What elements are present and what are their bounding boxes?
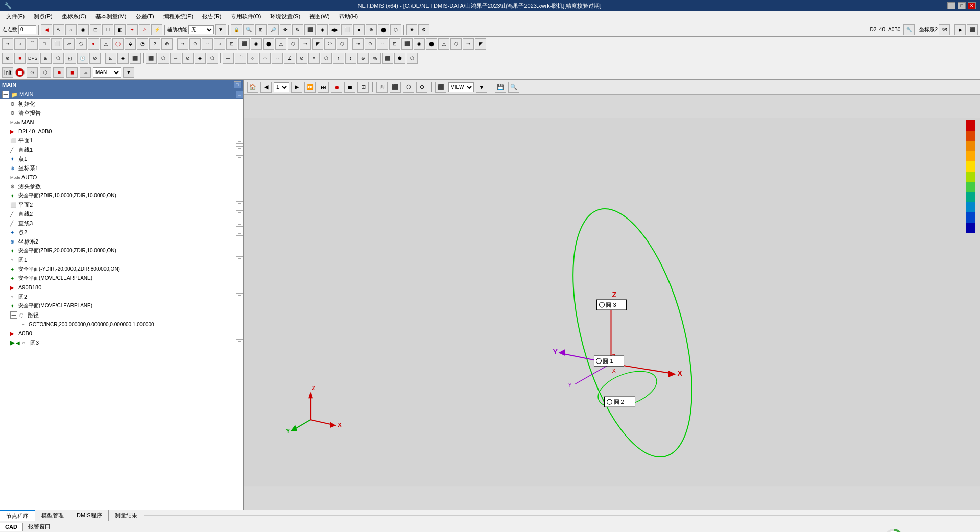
t2-b29[interactable]: ⊸ — [352, 38, 364, 50]
toolbar-btn-8[interactable]: ✦ — [127, 24, 138, 35]
tree-item-man[interactable]: Mode MAN — [0, 117, 243, 127]
t3-b28[interactable]: ↕ — [345, 53, 356, 64]
t3-b12[interactable]: ⬛ — [146, 53, 157, 64]
vp-stop[interactable]: ⏹ — [344, 82, 355, 93]
vp-step[interactable]: 1 — [274, 82, 289, 92]
tree-item-path[interactable]: — ⬡ 路径 — [0, 310, 243, 320]
t3-b5[interactable]: ⬠ — [53, 53, 64, 64]
tree-item-circle1[interactable]: ○ 圆1 □ — [0, 255, 243, 264]
circle1-expand[interactable]: □ — [236, 256, 243, 263]
t3-b23[interactable]: ∠ — [284, 53, 295, 64]
t2-b8[interactable]: ● — [88, 38, 99, 50]
menu-report[interactable]: 报告(R) — [198, 12, 225, 21]
t3-b13[interactable]: ⬡ — [158, 53, 169, 64]
toolbar-btn-1[interactable]: ◀ — [41, 24, 52, 35]
t2-b31[interactable]: ⌣ — [377, 38, 388, 50]
t2-b34[interactable]: ◉ — [414, 38, 425, 50]
menu-help[interactable]: 帮助(H) — [335, 12, 362, 21]
vp-btn3[interactable]: ⬛ — [390, 82, 401, 93]
tree-item-main[interactable]: — 📁 MAIN □ — [0, 90, 243, 99]
t3-b31[interactable]: ⬛ — [382, 53, 393, 64]
t2-b1[interactable]: ⊸ — [2, 38, 13, 50]
vp-home[interactable]: 🏠 — [247, 82, 258, 93]
mode-btn5[interactable]: ☁ — [80, 67, 91, 78]
t2-b39[interactable]: ◤ — [475, 38, 486, 50]
toolbar-btn-7[interactable]: ◧ — [114, 24, 126, 35]
vp-btn2[interactable]: ≋ — [376, 82, 388, 93]
vp-prev[interactable]: ◀ — [260, 82, 272, 93]
vp-search[interactable]: 🔍 — [508, 82, 519, 93]
vp-play[interactable]: ⏩ — [304, 82, 316, 93]
t2-b13[interactable]: ? — [149, 38, 160, 50]
vp-btn5[interactable]: ⊙ — [416, 82, 427, 93]
t2-b18[interactable]: ○ — [214, 38, 225, 50]
t2-b20[interactable]: ⬛ — [238, 38, 250, 50]
t3-b11[interactable]: ⬛ — [130, 53, 141, 64]
toolbar-b11[interactable]: ◀▶ — [329, 24, 340, 35]
t3-b21[interactable]: ⌓ — [259, 53, 271, 64]
toolbar-b14[interactable]: ⊗ — [366, 24, 377, 35]
top-right-icon[interactable]: 🔧 — [903, 24, 915, 35]
tree-item-point1[interactable]: ✦ 点1 □ — [0, 154, 243, 163]
menu-file[interactable]: 文件(F) — [2, 12, 29, 21]
tree-item-goto[interactable]: └ GOTO/INCR,200.000000,0.000000,0.000000… — [0, 320, 243, 329]
toolbar-zoom-in[interactable]: 🔍 — [243, 24, 254, 35]
top-right-btn2[interactable]: ⬛ — [967, 24, 978, 35]
t3-b26[interactable]: ⬡ — [321, 53, 332, 64]
toolbar-rotate[interactable]: ↻ — [292, 24, 303, 35]
t3-b18[interactable]: — — [223, 53, 234, 64]
menu-measure[interactable]: 基本测量(M) — [91, 12, 131, 21]
t2-b15[interactable]: ⊸ — [177, 38, 188, 50]
tree-item-safe3[interactable]: ✦ 安全平面(-YDIR,-20.0000,ZDIR,80.0000,ON) — [0, 264, 243, 274]
t3-b7[interactable]: 🕒 — [77, 53, 88, 64]
t2-b5[interactable]: ⬜ — [51, 38, 62, 50]
toolbar-btn-4[interactable]: ◉ — [78, 24, 89, 35]
toolbar-btn-2[interactable]: ↖ — [53, 24, 64, 35]
t2-b16[interactable]: ⊙ — [189, 38, 201, 50]
toolbar-settings2[interactable]: ⚙ — [418, 24, 429, 35]
t2-b7[interactable]: ⬠ — [76, 38, 87, 50]
vp-btn6[interactable]: ⬛ — [435, 82, 446, 93]
tab-model-manage[interactable]: 模型管理 — [35, 510, 70, 521]
vp-view-arrow[interactable]: ▼ — [476, 82, 487, 93]
t2-b11[interactable]: ⬙ — [125, 38, 136, 50]
t2-b27[interactable]: ⎔ — [324, 38, 336, 50]
t3-b29[interactable]: ⊛ — [357, 53, 369, 64]
vp-play2[interactable]: ⏭ — [318, 82, 329, 93]
tree-item-init[interactable]: ⚙ 初始化 — [0, 99, 243, 108]
t3-b3[interactable]: DPS — [27, 53, 39, 64]
t3-b32[interactable]: ⬢ — [394, 53, 405, 64]
toolbar-b12[interactable]: ⬜ — [341, 24, 352, 35]
assist-select[interactable]: 无 — [188, 25, 214, 34]
close-button[interactable]: ✕ — [968, 2, 976, 9]
main-expand-right[interactable]: □ — [236, 91, 243, 98]
t3-b20[interactable]: ○ — [247, 53, 258, 64]
stop-button[interactable]: ⏹ — [15, 68, 25, 77]
toolbar-btn-arrow[interactable]: ▼ — [215, 24, 226, 35]
menu-coord[interactable]: 坐标系(C) — [58, 12, 90, 21]
tree-item-a90b180[interactable]: ▶ A90B180 — [0, 283, 243, 292]
t2-b23[interactable]: △ — [275, 38, 286, 50]
t3-b22[interactable]: ⌢ — [272, 53, 283, 64]
circle2-expand[interactable]: □ — [236, 293, 243, 300]
t2-b17[interactable]: ⌣ — [202, 38, 213, 50]
toolbar-pan[interactable]: ✥ — [280, 24, 291, 35]
tree-item-line1[interactable]: ╱ 直线1 □ — [0, 145, 243, 154]
toolbar-view-front[interactable]: ⬛ — [304, 24, 316, 35]
t2-b33[interactable]: ⬛ — [401, 38, 413, 50]
tree-item-safe4[interactable]: ✦ 安全平面(MOVE/CLEARPLANE) — [0, 274, 243, 283]
tree-item-circle3[interactable]: ▶ ◀ ○ 圆3 □ — [0, 338, 243, 347]
tree-item-circle2[interactable]: ○ 圆2 □ — [0, 292, 243, 301]
t2-b28[interactable]: ⬡ — [337, 38, 348, 50]
t2-b32[interactable]: ⊡ — [389, 38, 400, 50]
toolbar-lock[interactable]: 🔒 — [231, 24, 242, 35]
toolbar-btn-6[interactable]: ☐ — [102, 24, 113, 35]
vp-save[interactable]: 💾 — [495, 82, 506, 93]
toolbar-b16[interactable]: ⬡ — [390, 24, 401, 35]
expand-main[interactable]: — — [2, 91, 9, 98]
vp-tab-cad[interactable]: CAD — [0, 523, 23, 531]
t3-b25[interactable]: ≡ — [308, 53, 320, 64]
tree-item-d2l40[interactable]: ▶ D2L40_A0B0 — [0, 127, 243, 136]
tree-item-coord1[interactable]: ⊕ 坐标系1 — [0, 163, 243, 173]
tree-item-a0b0[interactable]: ▶ A0B0 — [0, 329, 243, 338]
